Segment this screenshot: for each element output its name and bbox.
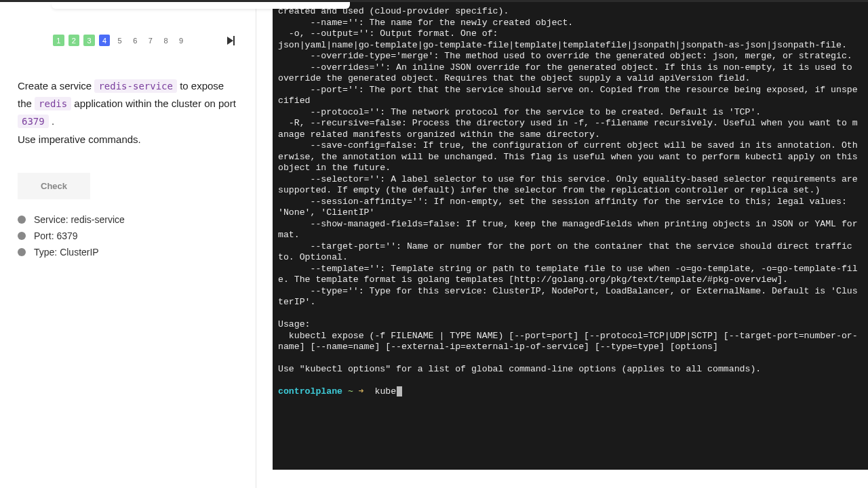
terminal-output: created and used (cloud-provider specifi… (278, 6, 863, 374)
prompt-host: controlplane (278, 386, 342, 396)
check-item-type: Type: ClusterIP (18, 247, 238, 258)
step-4[interactable]: 4 (99, 35, 111, 46)
step-1[interactable]: 1 (53, 35, 64, 46)
instr-text: application within the cluster on port (71, 98, 236, 109)
terminal-input[interactable]: kube (375, 386, 397, 396)
step-8[interactable]: 8 (160, 35, 172, 46)
check-item-port: Port: 6379 (18, 230, 238, 241)
skip-forward-icon[interactable] (227, 35, 238, 46)
bullet-icon (18, 248, 26, 256)
prompt-path: ~ (348, 386, 353, 396)
task-instructions: Create a service redis-service to expose… (18, 77, 238, 148)
instruction-panel: 1 2 3 4 5 6 7 8 9 Create a service redis… (0, 2, 256, 488)
instr-line-2: Use imperative commands. (18, 131, 238, 148)
check-label: Service: redis-service (34, 214, 125, 225)
check-label: Type: ClusterIP (34, 247, 99, 258)
code-service-name: redis-service (94, 79, 177, 93)
check-list: Service: redis-service Port: 6379 Type: … (18, 214, 238, 258)
tab-shadow (52, 2, 350, 9)
bullet-icon (18, 216, 26, 224)
instr-text: . (49, 115, 54, 127)
step-6[interactable]: 6 (130, 35, 141, 46)
prompt-arrow-icon: ➜ (359, 386, 364, 396)
step-5[interactable]: 5 (114, 35, 125, 46)
instr-text: Create a service (18, 80, 94, 92)
check-item-service: Service: redis-service (18, 214, 238, 225)
step-navigation: 1 2 3 4 5 6 7 8 9 (53, 35, 238, 46)
code-app-name: redis (35, 97, 71, 110)
code-port: 6379 (18, 115, 49, 128)
bullet-icon (18, 232, 26, 240)
check-label: Port: 6379 (34, 230, 78, 241)
step-2[interactable]: 2 (68, 35, 80, 46)
cursor-icon (397, 386, 402, 396)
step-3[interactable]: 3 (83, 35, 95, 46)
step-9[interactable]: 9 (176, 35, 187, 46)
check-button[interactable]: Check (18, 173, 90, 199)
step-7[interactable]: 7 (145, 35, 157, 46)
terminal[interactable]: created and used (cloud-provider specifi… (273, 2, 868, 470)
